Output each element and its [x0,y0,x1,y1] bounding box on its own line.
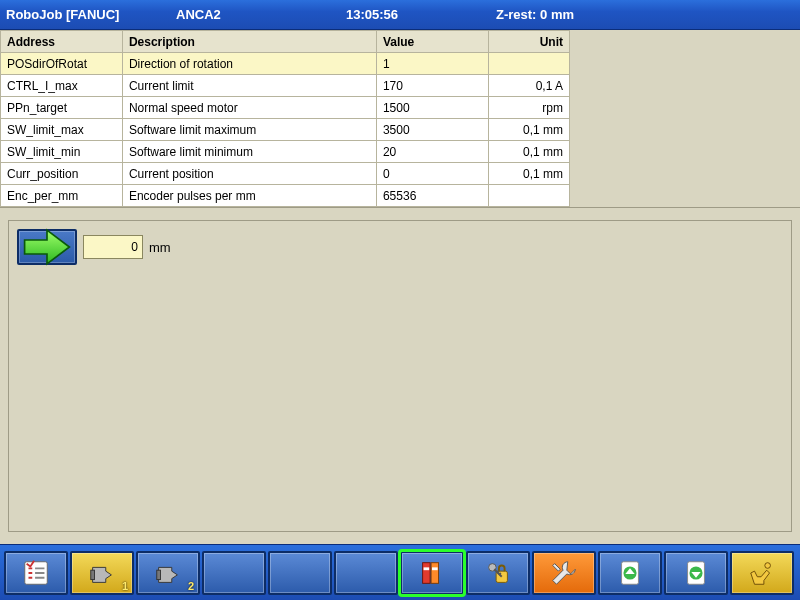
cell-description: Software limit minimum [122,141,376,163]
col-description: Description [122,31,376,53]
value-input[interactable] [83,235,143,259]
cell-unit [488,185,569,207]
empty-slot-6[interactable] [334,551,398,595]
cell-value: 170 [376,75,488,97]
apply-button[interactable] [17,229,77,265]
table-row[interactable]: Curr_positionCurrent position00,1 mm [1,163,570,185]
cell-address: Enc_per_mm [1,185,123,207]
cell-description: Direction of rotation [122,53,376,75]
content-area: mm [0,208,800,544]
cell-unit: 0,1 mm [488,141,569,163]
badge: 1 [122,580,128,592]
security-button[interactable] [466,551,530,595]
content-inner: mm [8,220,792,532]
cell-unit: 0,1 mm [488,163,569,185]
checklist-button[interactable] [4,551,68,595]
cell-unit: rpm [488,97,569,119]
robot-button[interactable] [730,551,794,595]
empty-slot-5[interactable] [268,551,332,595]
cell-description: Encoder pulses per mm [122,185,376,207]
cell-description: Normal speed motor [122,97,376,119]
page-up-icon [615,558,645,588]
cell-unit [488,53,569,75]
tools-button[interactable] [532,551,596,595]
badge: 2 [188,580,194,592]
table-row[interactable]: SW_limit_maxSoftware limit maximum35000,… [1,119,570,141]
title-bar: RoboJob [FANUC] ANCA2 13:05:56 Z-rest: 0… [0,0,800,30]
gripper-2-button[interactable]: 2 [136,551,200,595]
cell-value: 1500 [376,97,488,119]
page-down-button[interactable] [664,551,728,595]
keylock-icon [483,558,513,588]
table-row[interactable]: Enc_per_mmEncoder pulses per mm65536 [1,185,570,207]
gripper-icon [87,558,117,588]
cell-unit: 0,1 A [488,75,569,97]
parameter-table[interactable]: Address Description Value Unit POSdirOfR… [0,30,570,207]
cell-address: POSdirOfRotat [1,53,123,75]
arrow-right-icon [19,226,75,268]
checklist-icon [21,558,51,588]
cell-address: SW_limit_max [1,119,123,141]
table-row[interactable]: SW_limit_minSoftware limit minimum200,1 … [1,141,570,163]
value-unit: mm [149,240,171,255]
cell-description: Current position [122,163,376,185]
gripper-icon [153,558,183,588]
table-header-row: Address Description Value Unit [1,31,570,53]
empty-slot-4[interactable] [202,551,266,595]
page-down-icon [681,558,711,588]
table-row[interactable]: PPn_targetNormal speed motor1500rpm [1,97,570,119]
cell-value: 3500 [376,119,488,141]
page-up-button[interactable] [598,551,662,595]
robot-icon [747,558,777,588]
cell-address: SW_limit_min [1,141,123,163]
cell-description: Current limit [122,75,376,97]
col-unit: Unit [488,31,569,53]
col-address: Address [1,31,123,53]
cell-unit: 0,1 mm [488,119,569,141]
manual-button[interactable] [400,551,464,595]
cell-address: PPn_target [1,97,123,119]
app-title: RoboJob [FANUC] [6,7,176,22]
cell-address: Curr_position [1,163,123,185]
cell-value: 1 [376,53,488,75]
z-rest: Z-rest: 0 mm [496,7,574,22]
cell-address: CTRL_I_max [1,75,123,97]
value-entry-row: mm [17,229,783,265]
cell-value: 0 [376,163,488,185]
cell-value: 65536 [376,185,488,207]
col-value: Value [376,31,488,53]
clock: 13:05:56 [346,7,496,22]
books-icon [417,558,447,588]
parameter-table-wrap: Address Description Value Unit POSdirOfR… [0,30,800,208]
gripper-1-button[interactable]: 1 [70,551,134,595]
machine-name: ANCA2 [176,7,346,22]
bottom-toolbar: 12 [0,544,800,600]
cell-value: 20 [376,141,488,163]
table-row[interactable]: CTRL_I_maxCurrent limit1700,1 A [1,75,570,97]
table-row[interactable]: POSdirOfRotatDirection of rotation1 [1,53,570,75]
cell-description: Software limit maximum [122,119,376,141]
wrench-icon [549,558,579,588]
